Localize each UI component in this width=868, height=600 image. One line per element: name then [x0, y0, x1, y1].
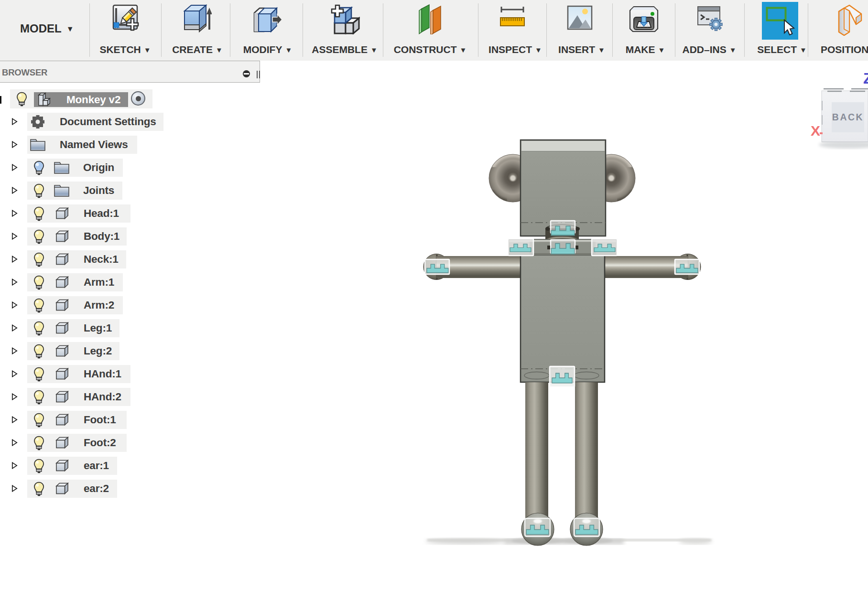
svg-text:BACK: BACK: [832, 112, 864, 122]
